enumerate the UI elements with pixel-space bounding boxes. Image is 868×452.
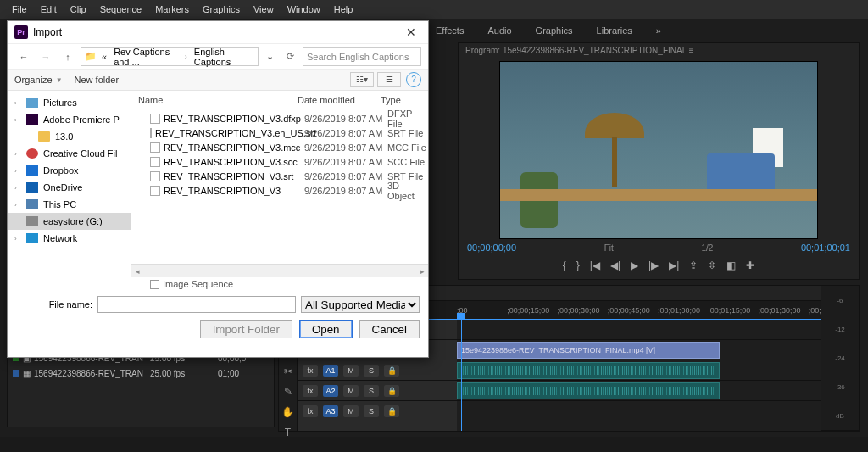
breadcrumb[interactable]: 📁 « Rev Captions and ...› English Captio… [81,47,259,66]
expand-icon[interactable]: › [14,99,21,107]
close-icon[interactable]: ✕ [401,25,421,39]
expand-icon[interactable]: › [14,184,21,192]
tree-item[interactable]: ›This PC [8,196,131,213]
settings-icon[interactable]: ✚ [746,259,754,271]
tree-item[interactable]: ›Creative Cloud Fil [8,145,131,162]
menu-window[interactable]: Window [281,4,327,14]
lane-v2[interactable] [457,320,859,340]
mark-in-icon[interactable]: { [563,259,566,271]
tab-graphics[interactable]: Graphics [524,25,585,36]
menu-clip[interactable]: Clip [64,4,93,14]
search-input[interactable]: Search English Captions [303,47,421,66]
track-lanes[interactable]: 15e94223988e6-REV_TRANSCRIPTION_FINAL.mp… [457,320,859,431]
expand-icon[interactable]: › [14,116,21,124]
tab-audio[interactable]: Audio [476,25,523,36]
tree-item[interactable]: 13.0 [8,128,131,145]
project-row[interactable]: ▦1569422398866-REV_TRAN 25.00 fps 01;00 [8,366,274,381]
view-details-icon[interactable]: ☰ [377,72,401,87]
cancel-button[interactable]: Cancel [359,320,420,338]
timecode-left[interactable]: 00;00;00;00 [467,243,516,253]
tree-item[interactable]: easystore (G:) [8,213,131,230]
lane-a2[interactable] [457,381,859,401]
pen-tool-icon[interactable]: ✎ [284,386,292,398]
expand-icon[interactable]: › [14,235,21,243]
checkbox-icon[interactable] [150,280,159,289]
file-list[interactable]: REV_TRANSCRIPTION_V3.dfxp9/26/2019 8:07 … [131,109,428,264]
h-scrollbar[interactable]: ◂ ▸ [131,264,428,277]
menu-edit[interactable]: Edit [34,4,64,14]
crumb-2[interactable]: English Captions [191,47,254,67]
col-type[interactable]: Type [381,95,428,105]
scale-dropdown[interactable]: 1/2 [701,243,713,253]
file-row[interactable]: REV_TRANSCRIPTION_V3.srt9/26/2019 8:07 A… [131,169,428,183]
refresh-icon[interactable]: ⟳ [281,51,299,62]
lane-v1[interactable]: 15e94223988e6-REV_TRANSCRIPTION_FINAL.mp… [457,340,859,360]
menu-view[interactable]: View [247,4,281,14]
filename-input[interactable] [97,296,296,313]
menu-file[interactable]: File [5,4,34,14]
menu-markers[interactable]: Markers [148,4,196,14]
expand-icon[interactable]: › [14,150,21,158]
crumb-1[interactable]: Rev Captions and ...› [110,47,191,67]
play-icon[interactable]: ▶ [631,259,638,271]
mark-out-icon[interactable]: } [576,259,580,271]
scroll-left-icon[interactable]: ◂ [131,267,143,276]
file-row[interactable]: REV_TRANSCRIPTION_V3.scc9/26/2019 8:07 A… [131,154,428,169]
tree-item[interactable]: ›Pictures [8,94,131,111]
lane-a3[interactable] [457,401,859,421]
fit-dropdown[interactable]: Fit [604,243,614,253]
path-dropdown-icon[interactable]: ⌄ [262,51,277,62]
file-row[interactable]: REV_TRANSCRIPTION_V3.en_US.srt9/26/2019 … [131,126,428,140]
col-name[interactable]: Name [131,95,298,105]
tree-item[interactable]: ›OneDrive [8,179,131,196]
import-folder-button[interactable]: Import Folder [200,320,292,338]
new-folder-button[interactable]: New folder [75,75,120,85]
track-head-a2[interactable]: fxA2MS🔒 [298,381,457,401]
playhead-line[interactable] [461,320,462,431]
step-back-icon[interactable]: ◀| [610,259,620,271]
hand-tool-icon[interactable]: ✋ [281,406,294,418]
goto-in-icon[interactable]: |◀ [590,259,600,271]
file-row[interactable]: REV_TRANSCRIPTION_V3.dfxp9/26/2019 8:07 … [131,111,428,126]
tree-item[interactable]: ›Adobe Premiere P [8,111,131,128]
scroll-right-icon[interactable]: ▸ [416,267,428,276]
dialog-titlebar[interactable]: Pr Import ✕ [8,21,428,43]
lift-icon[interactable]: ⇪ [689,259,698,271]
col-date[interactable]: Date modified [298,95,381,105]
file-row[interactable]: REV_TRANSCRIPTION_V39/26/2019 8:07 AM3D … [131,183,428,198]
tree-item[interactable]: ›Dropbox [8,162,131,179]
lane-a1[interactable] [457,360,859,381]
organize-button[interactable]: Organize [14,75,53,85]
crumb-more[interactable]: « [98,52,110,62]
open-button[interactable]: Open [299,320,353,338]
file-row[interactable]: REV_TRANSCRIPTION_V3.mcc9/26/2019 8:07 A… [131,140,428,154]
view-large-icon[interactable]: ☷▾ [350,72,374,87]
menu-help[interactable]: Help [327,4,360,14]
export-frame-icon[interactable]: ◧ [726,259,736,271]
track-head-a3[interactable]: fxA3MS🔒 [298,401,457,421]
tree-item[interactable]: ›Network [8,230,131,247]
step-fwd-icon[interactable]: |▶ [648,259,659,271]
audio-clip-a2[interactable] [457,382,720,399]
up-icon[interactable]: ↑ [58,47,77,66]
tab-libraries[interactable]: Libraries [585,25,644,36]
menu-sequence[interactable]: Sequence [93,4,149,14]
extract-icon[interactable]: ⇳ [708,259,716,271]
goto-out-icon[interactable]: ▶| [669,259,679,271]
back-icon[interactable]: ← [14,47,33,66]
forward-icon[interactable]: → [36,47,55,66]
tabs-more-icon[interactable]: » [644,25,673,36]
tab-effects[interactable]: Effects [424,25,476,36]
menu-graphics[interactable]: Graphics [196,4,247,14]
expand-icon[interactable]: › [14,201,21,209]
video-clip[interactable]: 15e94223988e6-REV_TRANSCRIPTION_FINAL.mp… [457,342,720,359]
expand-icon[interactable]: › [14,167,21,175]
chevron-down-icon[interactable]: ▼ [56,76,63,84]
audio-clip-a1[interactable] [457,362,720,379]
track-head-a1[interactable]: fxA1MS🔒 [298,360,457,381]
image-sequence-check[interactable]: Image Sequence [131,277,428,291]
filter-select[interactable]: All Supported Media [301,296,420,313]
razor-tool-icon[interactable]: ✂ [284,366,292,377]
help-icon[interactable]: ? [406,72,421,87]
playhead-icon[interactable] [457,313,465,320]
